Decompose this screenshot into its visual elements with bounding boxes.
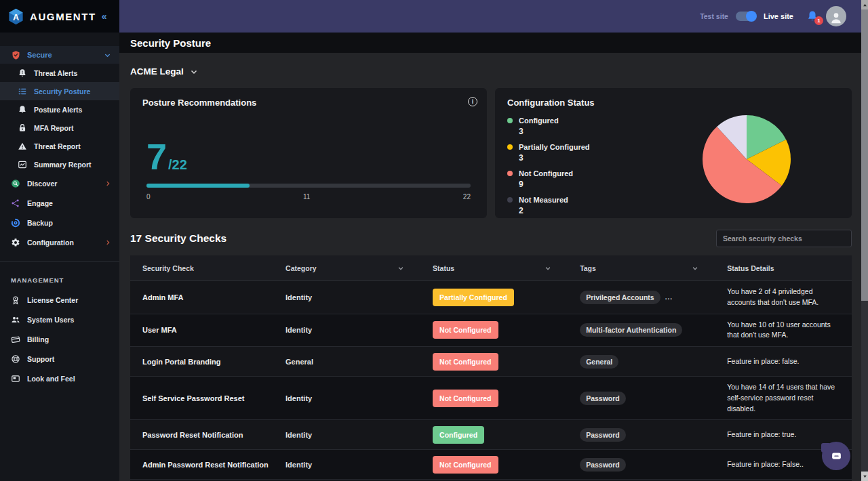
table-row[interactable]: Admin Password Reset NotificationIdentit… xyxy=(130,450,852,480)
vertical-scrollbar[interactable] xyxy=(861,0,868,481)
tag-pill[interactable]: General xyxy=(580,355,618,369)
tag-pill[interactable]: Password xyxy=(580,428,626,442)
posture-score-total: /22 xyxy=(168,157,187,173)
legend-dot-icon xyxy=(507,144,513,150)
posture-progress-bar xyxy=(146,184,471,188)
legend-label: Not Measured xyxy=(519,196,568,204)
sidebar-item-label: Discover xyxy=(27,180,57,188)
status-badge: Not Configured xyxy=(433,353,498,371)
table-row[interactable]: Self Service Password ResetIdentityNot C… xyxy=(130,377,852,420)
live-site-label: Live site xyxy=(764,12,793,20)
tag-pill[interactable]: Password xyxy=(580,458,626,472)
sidebar-item-security-posture[interactable]: Security Posture xyxy=(0,82,119,100)
sidebar-item-backup[interactable]: Backup xyxy=(0,213,119,232)
sidebar-item-look-and-feel[interactable]: Look and Feel xyxy=(0,369,119,388)
check-status-cell: Not Configured xyxy=(425,456,572,474)
card-title: Configuration Status xyxy=(507,98,840,108)
chevron-down-icon[interactable] xyxy=(397,265,404,272)
legend-label: Not Configured xyxy=(519,169,573,177)
posture-recommendations-card: Posture Recommendations i 7 /22 0 11 22 xyxy=(130,88,487,218)
check-tags: Password xyxy=(572,458,719,472)
scale-min: 0 xyxy=(146,193,151,201)
sidebar-item-mfa-report[interactable]: MFA Report xyxy=(0,119,119,137)
chevron-down-icon xyxy=(104,51,111,59)
column-header-category[interactable]: Category xyxy=(277,264,425,272)
chevron-down-icon[interactable] xyxy=(692,265,698,272)
tags-overflow-indicator[interactable]: ... xyxy=(665,293,673,301)
sidebar-item-threat-report[interactable]: Threat Report xyxy=(0,137,119,155)
check-name: User MFA xyxy=(130,322,277,338)
bell-alert-icon xyxy=(18,68,27,78)
check-name: Login Portal Branding xyxy=(130,354,277,370)
sidebar-item-summary-report[interactable]: Summary Report xyxy=(0,155,119,173)
svg-text:A: A xyxy=(13,12,19,22)
chevron-down-icon[interactable] xyxy=(545,265,551,272)
sidebar-item-label: Look and Feel xyxy=(27,375,75,383)
table-row[interactable]: Login Portal BrandingGeneralNot Configur… xyxy=(130,347,852,377)
check-name: Self Service Password Reset xyxy=(130,390,277,406)
check-tags: Password xyxy=(572,392,719,405)
sidebar-item-posture-alerts[interactable]: Posture Alerts xyxy=(0,100,119,119)
legend-value: 2 xyxy=(519,206,840,215)
sidebar-item-label: Engage xyxy=(27,199,53,207)
posture-scale: 0 11 22 xyxy=(146,193,471,201)
table-row[interactable]: Password Reset NotificationIdentityConfi… xyxy=(130,420,852,450)
scroll-up-button[interactable] xyxy=(861,0,868,9)
sidebar-item-threat-alerts[interactable]: Threat Alerts xyxy=(0,64,119,82)
chat-launcher-button[interactable] xyxy=(822,442,850,470)
billing-icon xyxy=(11,335,20,344)
info-icon[interactable]: i xyxy=(468,97,477,106)
sidebar-item-license-center[interactable]: License Center xyxy=(0,290,119,310)
tag-pill[interactable]: Multi-factor Authentication xyxy=(580,323,682,337)
column-header-tags[interactable]: Tags xyxy=(572,264,719,272)
brand-name: AUGMENTT xyxy=(30,11,96,22)
sidebar-item-engage[interactable]: Engage xyxy=(0,193,119,213)
scrollbar-thumb[interactable] xyxy=(861,9,868,301)
sidebar-item-label: Threat Report xyxy=(34,142,81,150)
column-header-status[interactable]: Status xyxy=(425,264,572,272)
sidebar-item-configuration[interactable]: Configuration xyxy=(0,232,119,252)
check-status-details: You have 10 of 10 user accounts that don… xyxy=(719,314,852,347)
check-category: Identity xyxy=(277,293,425,301)
chevron-down-icon xyxy=(190,68,198,76)
notification-count-badge: 1 xyxy=(814,16,823,25)
notifications-button[interactable]: 1 xyxy=(806,10,818,22)
sidebar-item-system-users[interactable]: System Users xyxy=(0,310,119,329)
gear-icon xyxy=(11,238,20,247)
check-category: Identity xyxy=(277,431,425,439)
site-toggle[interactable] xyxy=(736,12,756,21)
chevron-right-icon xyxy=(104,180,111,187)
sidebar-group-label: Secure xyxy=(27,51,52,59)
check-status-details: Feature in place: false. xyxy=(719,351,852,373)
sidebar-item-support[interactable]: Support xyxy=(0,349,119,369)
column-label: Status xyxy=(433,264,454,272)
tag-pill[interactable]: Password xyxy=(580,392,626,405)
org-selector[interactable]: ACME Legal xyxy=(130,66,198,77)
tag-pill[interactable]: Privileged Accounts xyxy=(580,291,660,304)
sidebar-collapse-button[interactable]: « xyxy=(102,11,107,22)
sidebar-item-discover[interactable]: Discover xyxy=(0,173,119,193)
search-circle-icon xyxy=(11,179,20,188)
scroll-down-button[interactable] xyxy=(861,472,868,481)
legend-dot-icon xyxy=(507,118,513,123)
sidebar-nav: SecureThreat AlertsSecurity PosturePostu… xyxy=(0,33,119,388)
panel-icon xyxy=(11,374,20,383)
sidebar-item-label: Billing xyxy=(27,335,49,343)
table-row[interactable]: Admin MFAIdentityPartially ConfiguredPri… xyxy=(130,281,852,314)
sidebar-group-secure[interactable]: Secure xyxy=(0,46,119,64)
check-tags: Password xyxy=(572,428,719,442)
avatar[interactable] xyxy=(826,6,846,26)
status-badge: Partially Configured xyxy=(433,289,514,306)
check-name: Password Reset Notification xyxy=(130,427,277,443)
chat-bubble xyxy=(822,442,850,470)
support-icon xyxy=(11,354,20,364)
table-body: Admin MFAIdentityPartially ConfiguredPri… xyxy=(130,281,852,481)
bell-icon xyxy=(18,105,27,114)
toggle-knob[interactable] xyxy=(746,11,757,22)
check-category: Identity xyxy=(277,394,425,402)
configuration-status-card: Configuration Status Configured3Partiall… xyxy=(495,88,852,218)
search-input[interactable] xyxy=(716,230,852,247)
table-row[interactable]: User MFAIdentityNot ConfiguredMulti-fact… xyxy=(130,314,852,348)
security-checks-table: Security Check Category Status Tags xyxy=(130,255,852,481)
sidebar-item-billing[interactable]: Billing xyxy=(0,329,119,349)
